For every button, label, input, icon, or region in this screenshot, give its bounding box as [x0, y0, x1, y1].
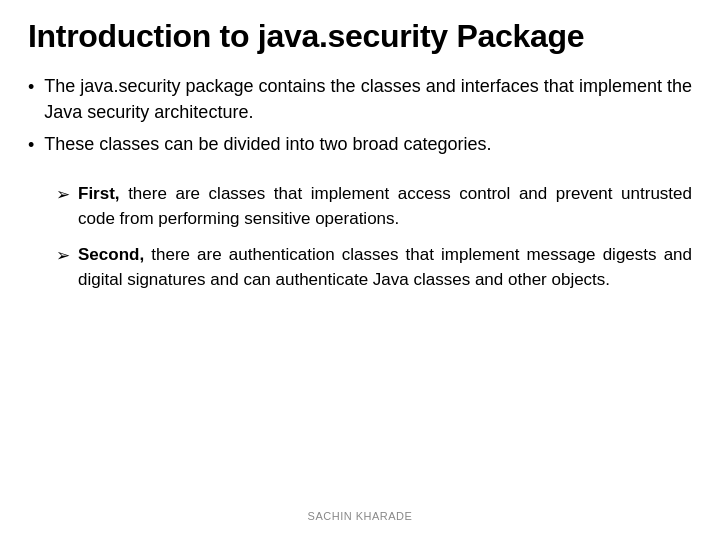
sub-bullet-item-1: ➢ First, there are classes that implemen… — [56, 182, 692, 231]
bullet-text-1: The java.security package contains the c… — [44, 73, 692, 125]
sub-bullet-prefix-2: Second, — [78, 245, 151, 264]
arrow-icon-1: ➢ — [56, 183, 70, 208]
footer-text: SACHIN KHARADE — [28, 510, 692, 522]
sub-bullet-item-2: ➢ Second, there are authentication class… — [56, 243, 692, 292]
page-title: Introduction to java.security Package — [28, 18, 692, 55]
arrow-icon-2: ➢ — [56, 244, 70, 269]
bullet-item-2: • These classes can be divided into two … — [28, 131, 692, 158]
sub-bullet-prefix-1: First, — [78, 184, 128, 203]
page-container: Introduction to java.security Package • … — [0, 0, 720, 540]
bullet-section-1: • The java.security package contains the… — [28, 73, 692, 164]
sub-bullet-text-1: First, there are classes that implement … — [78, 182, 692, 231]
sub-bullet-body-2: there are authentication classes that im… — [78, 245, 692, 289]
bullet-dot-1: • — [28, 74, 34, 100]
sub-bullet-body-1: there are classes that implement access … — [78, 184, 692, 228]
content-area: • The java.security package contains the… — [28, 73, 692, 500]
bullet-dot-2: • — [28, 132, 34, 158]
sub-bullets: ➢ First, there are classes that implemen… — [56, 182, 692, 293]
bullet-item-1: • The java.security package contains the… — [28, 73, 692, 125]
sub-bullet-text-2: Second, there are authentication classes… — [78, 243, 692, 292]
bullet-text-2: These classes can be divided into two br… — [44, 131, 491, 157]
